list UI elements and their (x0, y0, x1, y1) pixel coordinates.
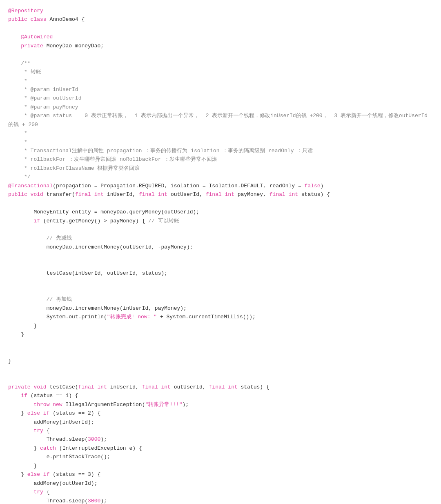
code-viewer: @Repository public class AnnoDemo4 { @Au… (0, 0, 441, 504)
code-content: @Repository public class AnnoDemo4 { @Au… (8, 7, 433, 504)
